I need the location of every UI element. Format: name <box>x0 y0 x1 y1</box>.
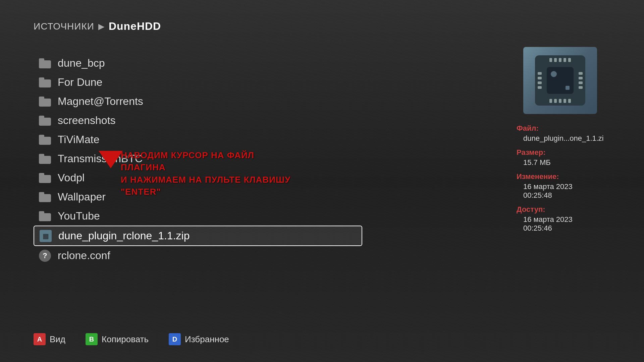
file-name: For Dune <box>58 76 102 88</box>
info-file-row: Файл: dune_plugin...one_1.1.zi <box>517 124 610 143</box>
chip-pin <box>554 99 557 103</box>
breadcrumb-separator: ▶ <box>98 22 105 31</box>
preview-thumbnail <box>523 47 597 114</box>
info-access-label: Доступ: <box>517 205 610 214</box>
chip-pin <box>559 99 561 103</box>
chip-pin <box>579 86 583 89</box>
chip-pin <box>538 72 542 75</box>
info-access-date: 16 марта 2023 <box>517 215 610 224</box>
folder-icon <box>39 173 51 183</box>
info-file-value: dune_plugin...one_1.1.zi <box>517 134 610 143</box>
folder-icon <box>39 97 51 107</box>
btn-key-b: B <box>86 333 98 345</box>
plugin-icon <box>40 230 52 242</box>
unknown-icon: ? <box>39 250 51 262</box>
file-info: Файл: dune_plugin...one_1.1.zi Размер: 1… <box>510 124 610 238</box>
breadcrumb: ИСТОЧНИКИ ▶ DuneHDD <box>34 20 161 33</box>
info-size-value: 15.7 МБ <box>517 158 610 167</box>
folder-icon <box>39 116 51 126</box>
file-name: rclone.conf <box>58 249 110 262</box>
folder-icon <box>39 58 51 68</box>
info-modified-date: 16 марта 2023 <box>517 182 610 191</box>
chip-pin <box>549 99 552 103</box>
folder-icon <box>39 135 51 145</box>
toolbar: A Вид B Копировать D Избранное <box>34 333 229 345</box>
chip-pin <box>568 58 571 62</box>
chip-pin <box>538 81 542 84</box>
chip-icon <box>535 55 585 106</box>
info-size-row: Размер: 15.7 МБ <box>517 148 610 167</box>
info-size-label: Размер: <box>517 148 610 157</box>
list-item[interactable]: dune_bcp <box>34 54 362 73</box>
breadcrumb-current: DuneHDD <box>109 20 161 33</box>
file-name: Magnet@Torrents <box>58 95 143 108</box>
chip-pin <box>579 77 583 79</box>
file-name: YouTube <box>58 210 100 222</box>
chip-pin <box>538 86 542 89</box>
file-name: Wallpaper <box>58 191 106 203</box>
list-item[interactable]: Magnet@Torrents <box>34 92 362 111</box>
info-modified-row: Изменение: 16 марта 2023 00:25:48 <box>517 172 610 200</box>
file-name: screenshots <box>58 114 116 127</box>
chip-pin <box>564 58 566 62</box>
chip-pin <box>579 72 583 75</box>
list-item[interactable]: TiViMate <box>34 130 362 149</box>
annotation: НАВОДИМ КУРСОР НА ФАЙЛ ПЛАГИНА И НАЖИМАЕ… <box>111 147 295 198</box>
list-item[interactable]: YouTube <box>34 206 362 226</box>
file-name: TiViMate <box>58 133 99 146</box>
chip-pin <box>559 58 561 62</box>
toolbar-btn-a-label: Вид <box>50 334 65 345</box>
chip-pin <box>538 77 542 79</box>
toolbar-btn-b[interactable]: B Копировать <box>86 333 149 345</box>
preview-panel: Файл: dune_plugin...one_1.1.zi Размер: 1… <box>510 47 610 238</box>
toolbar-btn-b-label: Копировать <box>102 334 149 345</box>
list-item-selected[interactable]: dune_plugin_rclone_1.1.zip <box>34 226 362 246</box>
chip-inner <box>547 67 574 94</box>
info-access-row: Доступ: 16 марта 2023 00:25:46 <box>517 205 610 233</box>
btn-key-a: A <box>34 333 46 345</box>
chip-pins-bottom <box>549 99 571 103</box>
chip-pin <box>549 58 552 62</box>
list-item[interactable]: ? rclone.conf <box>34 246 362 265</box>
list-item[interactable]: For Dune <box>34 73 362 92</box>
info-access-time: 00:25:46 <box>517 224 610 233</box>
toolbar-btn-a[interactable]: A Вид <box>34 333 65 345</box>
toolbar-btn-d[interactable]: D Избранное <box>169 333 229 345</box>
annotation-text: НАВОДИМ КУРСОР НА ФАЙЛ ПЛАГИНА И НАЖИМАЕ… <box>121 149 295 198</box>
folder-icon <box>39 211 51 221</box>
btn-key-d: D <box>169 333 181 345</box>
file-name: dune_plugin_rclone_1.1.zip <box>58 230 190 242</box>
arrow-head <box>99 151 123 168</box>
breadcrumb-root: ИСТОЧНИКИ <box>34 21 94 32</box>
chip-pin <box>554 58 557 62</box>
toolbar-btn-d-label: Избранное <box>185 334 229 345</box>
file-name: dune_bcp <box>58 57 105 69</box>
folder-icon <box>39 77 51 87</box>
chip-pin <box>564 99 566 103</box>
info-modified-label: Изменение: <box>517 172 610 181</box>
chip-pins-right <box>579 72 583 89</box>
file-name: Vodpl <box>58 172 85 184</box>
folder-icon <box>39 192 51 202</box>
chip-pin <box>568 99 571 103</box>
chip-pins-left <box>538 72 542 89</box>
folder-icon <box>39 154 51 164</box>
chip-pins-top <box>549 58 571 62</box>
info-modified-time: 00:25:48 <box>517 191 610 200</box>
list-item[interactable]: screenshots <box>34 111 362 130</box>
info-file-label: Файл: <box>517 124 610 133</box>
chip-pin <box>579 81 583 84</box>
